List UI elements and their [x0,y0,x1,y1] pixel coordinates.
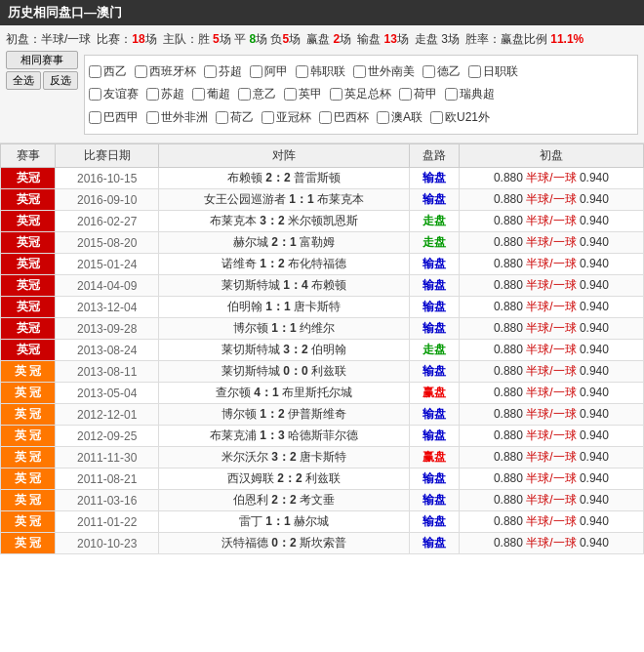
cb-xiy[interactable]: 西乙 [89,61,127,83]
cell-chupan: 0.880 半球/一球 0.940 [459,361,643,383]
cb-swnam[interactable]: 世外南美 [353,61,415,83]
cb-hzl[interactable]: 韩职联 [296,61,345,83]
main-table: 赛事 比赛日期 对阵 盘路 初盘 英冠2016-10-15布赖顿 2：2 普雷斯… [0,143,644,554]
cell-league: 英冠 [1,189,56,211]
cb-rdsc[interactable]: 瑞典超 [445,84,495,105]
cb-rzl[interactable]: 日职联 [468,61,518,83]
cell-date: 2016-02-27 [56,211,159,232]
table-row: 英冠2016-09-10女王公园巡游者 1：1 布莱克本输盘0.880 半球/一… [1,189,644,211]
cell-date: 2016-10-15 [56,168,159,189]
cb-aj[interactable]: 阿甲 [250,61,288,83]
table-row: 英冠2015-01-24诺维奇 1：2 布化特福德输盘0.880 半球/一球 0… [1,254,644,275]
cb-dey[interactable]: 德乙 [423,61,461,83]
cell-league: 英冠 [1,275,56,297]
cell-chupan: 0.880 半球/一球 0.940 [459,447,643,469]
col-chupan: 初盘 [459,144,643,168]
cell-matchup: 博尔顿 1：1 约维尔 [159,318,409,340]
invert-button[interactable]: 反选 [43,71,78,90]
cell-league: 英冠 [1,340,56,361]
cb-ygb[interactable]: 亚冠杯 [262,107,311,129]
cell-panlu: 输盘 [409,469,459,490]
cell-chupan: 0.880 半球/一球 0.940 [459,297,643,318]
cb-xbjyb[interactable]: 西班牙杯 [135,61,196,83]
cell-date: 2015-08-20 [56,232,159,254]
cell-chupan: 0.880 半球/一球 0.940 [459,211,643,232]
cb-fenc[interactable]: 芬超 [204,61,242,83]
cell-matchup: 莱切斯特城 1：4 布赖顿 [159,275,409,297]
cell-matchup: 女王公园巡游者 1：1 布莱克本 [159,189,409,211]
cb-yj[interactable]: 英甲 [284,84,322,105]
cell-chupan: 0.880 半球/一球 0.940 [459,275,643,297]
cb-suc[interactable]: 苏超 [146,84,184,105]
table-header-row: 赛事 比赛日期 对阵 盘路 初盘 [1,144,644,168]
cell-date: 2013-08-24 [56,340,159,361]
cell-panlu: 输盘 [409,404,459,426]
filter-row-1: 西乙 西班牙杯 芬超 阿甲 韩职联 世外南美 德乙 日职联 [89,61,633,83]
cell-matchup: 博尔顿 1：2 伊普斯维奇 [159,404,409,426]
cell-panlu: 走盘 [409,340,459,361]
cell-matchup: 莱切斯特城 3：2 伯明翰 [159,340,409,361]
table-row: 英 冠2013-08-11莱切斯特城 0：0 利兹联输盘0.880 半球/一球 … [1,361,644,383]
cell-chupan: 0.880 半球/一球 0.940 [459,426,643,447]
cell-chupan: 0.880 半球/一球 0.940 [459,340,643,361]
cell-league: 英冠 [1,254,56,275]
cell-matchup: 西汉姆联 2：2 利兹联 [159,469,409,490]
table-row: 英冠2015-08-20赫尔城 2：1 富勒姆走盘0.880 半球/一球 0.9… [1,232,644,254]
select-all-button[interactable]: 全选 [6,71,41,90]
col-matchup: 对阵 [159,144,409,168]
filter-row-3: 巴西甲 世外非洲 荷乙 亚冠杯 巴西杯 澳A联 欧U21外 [89,107,633,129]
cell-panlu: 输盘 [409,533,459,554]
cb-yiy[interactable]: 意乙 [238,84,276,105]
cb-yys[interactable]: 友谊赛 [89,84,139,105]
stats-row: 初盘：半球/一球 比赛：18场 主队：胜 5场 平 8场 负5场 赢盘 2场 输… [6,29,638,51]
cell-panlu: 输盘 [409,189,459,211]
cell-chupan: 0.880 半球/一球 0.940 [459,469,643,490]
cb-bzj[interactable]: 巴西甲 [89,107,139,129]
cell-matchup: 布莱克浦 1：3 哈德斯菲尔德 [159,426,409,447]
cell-league: 英冠 [1,168,56,189]
cb-hey[interactable]: 荷乙 [216,107,254,129]
cell-chupan: 0.880 半球/一球 0.940 [459,511,643,533]
cb-hj[interactable]: 荷甲 [399,84,437,105]
cell-date: 2012-12-01 [56,404,159,426]
cb-yzlb[interactable]: 英足总杯 [330,84,391,105]
cell-matchup: 伯恩利 2：2 考文垂 [159,490,409,511]
table-row: 英冠2016-02-27布莱克本 3：2 米尔顿凯恩斯走盘0.880 半球/一球… [1,211,644,232]
cell-matchup: 伯明翰 1：1 唐卡斯特 [159,297,409,318]
cb-pgc[interactable]: 葡超 [192,84,230,105]
cell-chupan: 0.880 半球/一球 0.940 [459,318,643,340]
cell-matchup: 查尔顿 4：1 布里斯托尔城 [159,383,409,404]
cell-panlu: 输盘 [409,168,459,189]
same-matches-button[interactable]: 相同赛事 [6,51,78,69]
cell-panlu: 输盘 [409,297,459,318]
cell-league: 英 冠 [1,361,56,383]
table-row: 英 冠2011-11-30米尔沃尔 3：2 唐卡斯特赢盘0.880 半球/一球 … [1,447,644,469]
cell-league: 英 冠 [1,490,56,511]
table-row: 英冠2016-10-15布赖顿 2：2 普雷斯顿输盘0.880 半球/一球 0.… [1,168,644,189]
cell-date: 2013-12-04 [56,297,159,318]
cell-league: 英冠 [1,297,56,318]
cell-league: 英 冠 [1,404,56,426]
cell-date: 2014-04-09 [56,275,159,297]
cell-matchup: 布赖顿 2：2 普雷斯顿 [159,168,409,189]
cb-swfz[interactable]: 世外非洲 [146,107,208,129]
cell-panlu: 赢盘 [409,383,459,404]
cell-panlu: 输盘 [409,511,459,533]
cell-matchup: 布莱克本 3：2 米尔顿凯恩斯 [159,211,409,232]
cb-ouy21[interactable]: 欧U21外 [430,107,490,129]
filter-bar: 初盘：半球/一球 比赛：18场 主队：胜 5场 平 8场 负5场 赢盘 2场 输… [0,25,644,143]
cb-bzb[interactable]: 巴西杯 [319,107,369,129]
cell-panlu: 赢盘 [409,447,459,469]
cell-league: 英 冠 [1,426,56,447]
cell-date: 2011-11-30 [56,447,159,469]
cell-chupan: 0.880 半球/一球 0.940 [459,232,643,254]
cell-matchup: 赫尔城 2：1 富勒姆 [159,232,409,254]
table-row: 英 冠2011-08-21西汉姆联 2：2 利兹联输盘0.880 半球/一球 0… [1,469,644,490]
cell-panlu: 走盘 [409,232,459,254]
table-row: 英冠2013-09-28博尔顿 1：1 约维尔输盘0.880 半球/一球 0.9… [1,318,644,340]
cb-aol[interactable]: 澳A联 [377,107,423,129]
table-row: 英冠2013-12-04伯明翰 1：1 唐卡斯特输盘0.880 半球/一球 0.… [1,297,644,318]
table-row: 英 冠2010-10-23沃特福德 0：2 斯坎索普输盘0.880 半球/一球 … [1,533,644,554]
cell-chupan: 0.880 半球/一球 0.940 [459,533,643,554]
cell-date: 2013-05-04 [56,383,159,404]
